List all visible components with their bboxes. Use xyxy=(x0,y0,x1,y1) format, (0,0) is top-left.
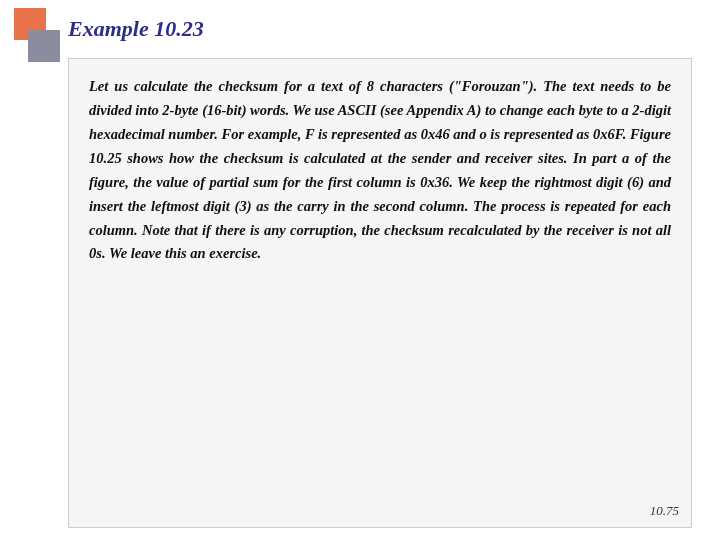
main-content-box: Let us calculate the checksum for a text… xyxy=(68,58,692,528)
left-decoration xyxy=(0,0,60,540)
example-title: Example 10.23 xyxy=(68,12,692,42)
decoration-square-bottom xyxy=(28,30,60,62)
body-paragraph: Let us calculate the checksum for a text… xyxy=(89,75,671,266)
page-container: Example 10.23 Let us calculate the check… xyxy=(0,0,720,540)
content-area: Example 10.23 Let us calculate the check… xyxy=(60,0,720,540)
page-number: 10.75 xyxy=(650,503,679,519)
